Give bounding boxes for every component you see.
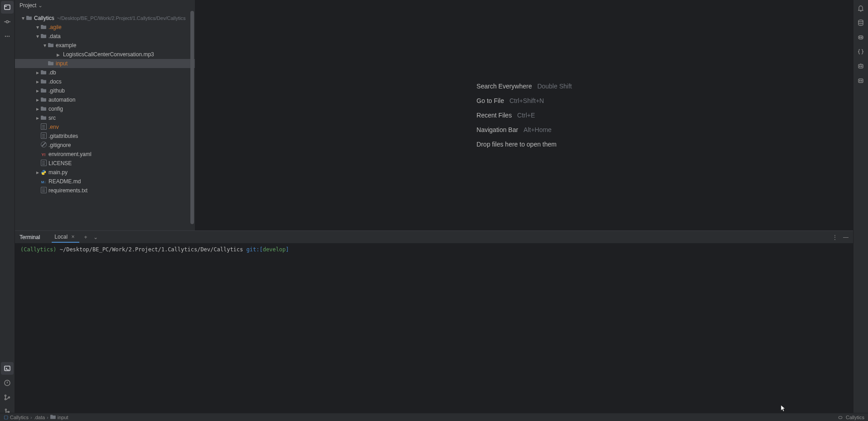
go-to-file-hint[interactable]: Go to File Ctrl+Shift+N [476, 97, 572, 104]
tree-row[interactable]: ▾.data [15, 32, 195, 41]
assistant-icon-1[interactable] [854, 60, 867, 73]
tree-row[interactable]: ▸src [15, 113, 195, 122]
breadcrumb-segment[interactable]: Callytics [10, 415, 29, 420]
tree-scrollbar[interactable] [189, 11, 195, 230]
lines-file-icon [40, 133, 47, 139]
recent-files-hint[interactable]: Recent Files Ctrl+E [476, 112, 572, 119]
tree-row[interactable]: ▾example [15, 41, 195, 50]
expand-arrow-icon[interactable]: ▸ [35, 78, 40, 85]
braces-icon[interactable] [854, 45, 867, 58]
assistant-icon-2[interactable] [854, 74, 867, 87]
folder-icon [40, 106, 47, 112]
tree-row[interactable]: ▸config [15, 104, 195, 113]
tree-row[interactable]: ▸main.py [15, 168, 195, 177]
tree-node-name: main.py [48, 169, 68, 176]
interpreter-icon[interactable] [838, 415, 843, 420]
terminal-tool-icon[interactable] [1, 362, 14, 375]
tree-node-name: config [48, 106, 63, 112]
tree-node-name: environment.yaml [48, 151, 92, 157]
project-tool-header[interactable]: Project ⌄ [15, 0, 195, 11]
svg-point-3 [7, 36, 8, 37]
tree-row[interactable]: .gitignore [15, 141, 195, 150]
terminal-options-icon[interactable]: ⋮ [831, 234, 839, 240]
tree-node-name: .gitattributes [48, 133, 78, 139]
tree-row[interactable]: input [15, 59, 195, 68]
expand-arrow-icon[interactable]: ▸ [35, 106, 40, 112]
tree-row[interactable]: requirements.txt [15, 186, 195, 195]
commit-tool-icon[interactable] [1, 15, 14, 28]
svg-point-7 [5, 395, 6, 397]
svg-point-13 [858, 20, 863, 22]
terminal-minimize-icon[interactable]: — [842, 234, 849, 240]
tree-node-name: requirements.txt [48, 187, 87, 194]
svg-point-9 [9, 397, 10, 398]
right-toolbar [853, 0, 868, 421]
navigation-bar-hint[interactable]: Navigation Bar Alt+Home [476, 126, 572, 133]
breadcrumb[interactable]: ▢ Callytics › .data › input [4, 414, 68, 420]
tree-node-name: .docs [48, 78, 62, 85]
expand-arrow-icon[interactable]: ▸ [35, 169, 40, 176]
database-tool-icon[interactable] [854, 16, 867, 29]
status-bar: ▢ Callytics › .data › input Callytics [0, 413, 868, 421]
project-tool-icon[interactable] [1, 1, 14, 14]
tree-row[interactable]: .gitattributes [15, 132, 195, 141]
yaml-file-icon [40, 151, 47, 157]
lines-file-icon [40, 124, 47, 130]
copilot-icon[interactable] [854, 31, 867, 44]
terminal-body[interactable]: (Callytics) ~/Desktop/BE_PC/Work/2.Proje… [15, 244, 853, 255]
tree-row[interactable]: ▸.docs [15, 77, 195, 86]
tree-node-name: input [56, 60, 68, 67]
breadcrumb-segment[interactable]: input [58, 415, 68, 420]
md-file-icon [40, 178, 47, 185]
project-tree: ▾ Callytics ~/Desktop/BE_PC/Work/2.Proje… [15, 11, 195, 230]
svg-point-16 [861, 37, 862, 38]
expand-arrow-icon[interactable]: ▸ [35, 88, 40, 94]
svg-point-4 [9, 36, 10, 37]
tree-row[interactable]: ▸.github [15, 86, 195, 95]
terminal-tab[interactable]: Local × [52, 232, 79, 243]
expand-arrow-icon[interactable]: ▾ [42, 42, 48, 49]
terminal-git-branch: develop [263, 246, 286, 253]
tree-row[interactable]: ▸automation [15, 95, 195, 104]
tree-root-path: ~/Desktop/BE_PC/Work/2.Project/1.Callyti… [57, 15, 186, 21]
expand-arrow-icon[interactable]: ▾ [35, 33, 40, 39]
tree-root[interactable]: ▾ Callytics ~/Desktop/BE_PC/Work/2.Proje… [15, 14, 195, 23]
vcs-tool-icon[interactable] [1, 391, 14, 404]
tree-node-name: Callytics [34, 15, 54, 21]
drop-files-hint: Drop files here to open them [476, 141, 572, 148]
tree-row[interactable]: README.md [15, 177, 195, 186]
svg-point-21 [859, 80, 860, 81]
problems-tool-icon[interactable] [1, 377, 14, 389]
scrollbar-thumb[interactable] [190, 11, 194, 224]
tree-row[interactable]: LogisticsCallCenterConversation.mp3 [15, 50, 195, 59]
terminal-tab-label: Local [54, 234, 68, 240]
breadcrumb-segment[interactable]: .data [34, 415, 45, 420]
notifications-icon[interactable] [854, 2, 867, 15]
gitign-file-icon [40, 142, 47, 148]
close-tab-icon[interactable]: × [69, 234, 77, 240]
expand-arrow-icon[interactable]: ▸ [35, 97, 40, 103]
terminal-dropdown-icon[interactable]: ⌄ [92, 234, 99, 240]
tree-row[interactable]: ▸.db [15, 68, 195, 77]
folder-icon [48, 60, 54, 67]
expand-arrow-icon[interactable]: ▸ [35, 69, 40, 76]
search-everywhere-hint[interactable]: Search Everywhere Double Shift [476, 83, 572, 90]
tree-row[interactable]: .env [15, 122, 195, 132]
tree-node-name: src [48, 115, 56, 121]
terminal-header: Terminal Local × + ⌄ ⋮ — [15, 231, 853, 244]
folder-icon [40, 97, 47, 103]
tree-row[interactable]: environment.yaml [15, 150, 195, 159]
folder-icon [40, 69, 47, 76]
expand-arrow-icon[interactable]: ▸ [35, 115, 40, 121]
new-terminal-icon[interactable]: + [82, 234, 89, 240]
svg-point-22 [861, 80, 862, 81]
expand-arrow-icon[interactable]: ▾ [35, 24, 40, 30]
tree-row[interactable]: ▾.agile [15, 23, 195, 32]
folder-icon [40, 88, 47, 94]
interpreter-label[interactable]: Callytics [846, 415, 864, 420]
folder-icon [26, 15, 32, 21]
tree-row[interactable]: LICENSE [15, 159, 195, 168]
svg-point-18 [859, 66, 860, 67]
expand-arrow-icon[interactable]: ▾ [20, 15, 26, 21]
more-tool-icon[interactable] [1, 30, 14, 43]
